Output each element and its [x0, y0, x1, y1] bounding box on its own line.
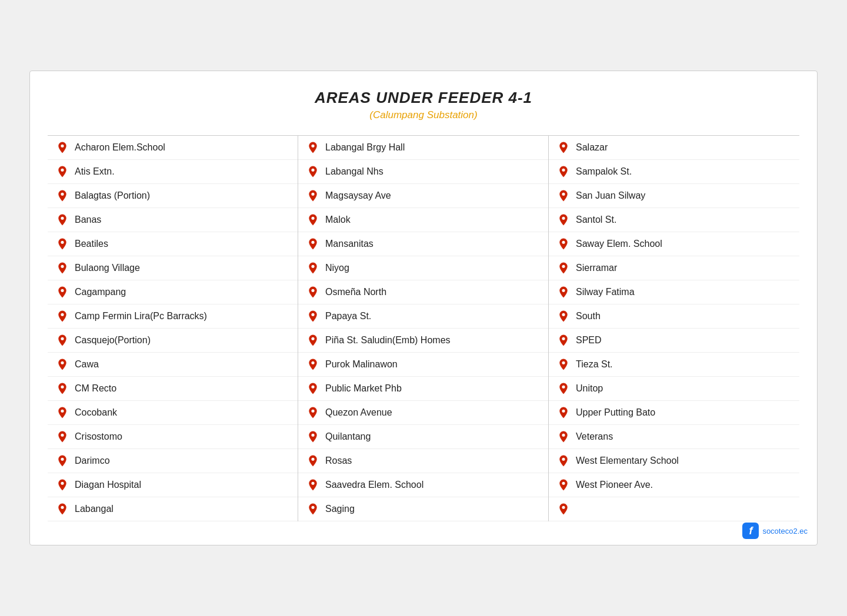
pin-icon	[306, 237, 319, 250]
list-item: Papaya St.	[298, 304, 548, 329]
list-item: Balagtas (Portion)	[48, 184, 298, 208]
column-2: Labangal Brgy Hall Labangal Nhs Magsaysa…	[298, 136, 549, 521]
list-item-text: West Elementary School	[576, 456, 679, 466]
svg-point-33	[562, 169, 565, 172]
list-item-text: Santol St.	[576, 215, 616, 225]
list-item: Quezon Avenue	[298, 401, 548, 425]
pin-icon	[306, 358, 319, 371]
list-item-text: Diagan Hospital	[75, 480, 141, 490]
pin-icon	[56, 141, 69, 154]
svg-point-44	[562, 434, 565, 437]
svg-point-0	[61, 145, 64, 148]
pin-icon	[56, 503, 69, 515]
column-1: Acharon Elem.School Atis Extn. Balagtas …	[48, 136, 298, 521]
svg-point-18	[311, 193, 314, 196]
list-item: Quilantang	[298, 425, 548, 449]
list-item-text: Labangal Nhs	[325, 166, 384, 177]
pin-icon	[56, 334, 69, 347]
pin-icon	[557, 310, 570, 323]
svg-point-25	[311, 361, 314, 364]
pin-icon	[557, 165, 570, 178]
list-item: Acharon Elem.School	[48, 136, 298, 160]
pin-icon	[306, 213, 319, 226]
list-item-text: Magsaysay Ave	[325, 190, 391, 201]
list-item-text: Salazar	[576, 142, 608, 153]
header: AREAS UNDER FEEDER 4-1 (Calumpang Substa…	[48, 89, 799, 121]
pin-icon	[557, 334, 570, 347]
svg-point-47	[562, 506, 565, 509]
list-item-text: Niyog	[325, 263, 349, 273]
pin-icon	[557, 430, 570, 443]
svg-point-6	[61, 289, 64, 292]
pin-icon	[56, 430, 69, 443]
list-item: SPED	[549, 329, 799, 353]
list-item-text: Quilantang	[325, 431, 371, 442]
list-item: Purok Malinawon	[298, 353, 548, 377]
list-item: Veterans	[549, 425, 799, 449]
pin-icon	[56, 286, 69, 299]
list-item-text: West Pioneer Ave.	[576, 480, 653, 490]
pin-icon	[557, 503, 570, 515]
areas-grid: Acharon Elem.School Atis Extn. Balagtas …	[48, 135, 799, 521]
svg-point-28	[311, 434, 314, 437]
pin-icon	[56, 262, 69, 274]
list-item-text: Cawa	[75, 359, 99, 370]
list-item: Cagampang	[48, 280, 298, 304]
svg-point-11	[61, 410, 64, 413]
list-item: Niyog	[298, 256, 548, 280]
list-item: Piña St. Saludin(Emb) Homes	[298, 329, 548, 353]
pin-icon	[56, 382, 69, 395]
list-item-text: Banas	[75, 215, 101, 225]
svg-point-12	[61, 434, 64, 437]
list-item-text: Piña St. Saludin(Emb) Homes	[325, 335, 451, 346]
list-item-text: Sierramar	[576, 263, 617, 273]
pin-icon	[557, 454, 570, 467]
svg-point-35	[562, 217, 565, 220]
list-item: Upper Putting Bato	[549, 401, 799, 425]
pin-icon	[557, 262, 570, 274]
pin-icon	[56, 189, 69, 202]
svg-point-38	[562, 289, 565, 292]
svg-point-24	[311, 337, 314, 340]
svg-point-30	[311, 482, 314, 485]
pin-icon	[306, 454, 319, 467]
list-item: Cawa	[48, 353, 298, 377]
pin-icon	[557, 213, 570, 226]
list-item-text: Papaya St.	[325, 311, 371, 322]
svg-point-22	[311, 289, 314, 292]
list-item-text: Atis Extn.	[75, 166, 115, 177]
svg-point-27	[311, 410, 314, 413]
pin-icon	[557, 382, 570, 395]
list-item-text: Casquejo(Portion)	[75, 335, 151, 346]
pin-icon	[557, 286, 570, 299]
footer-text: socoteco2.ec	[762, 527, 808, 535]
pin-icon	[56, 406, 69, 419]
list-item-text: Darimco	[75, 456, 110, 466]
list-item: Atis Extn.	[48, 160, 298, 184]
pin-icon	[306, 286, 319, 299]
footer-logo: f socoteco2.ec	[742, 523, 808, 539]
svg-point-45	[562, 458, 565, 461]
pin-icon	[56, 237, 69, 250]
svg-point-7	[61, 313, 64, 316]
svg-point-16	[311, 145, 314, 148]
pin-icon	[557, 141, 570, 154]
list-item: South	[549, 304, 799, 329]
svg-point-34	[562, 193, 565, 196]
svg-point-36	[562, 241, 565, 244]
pin-icon	[306, 189, 319, 202]
pin-icon	[306, 262, 319, 274]
pin-icon	[306, 141, 319, 154]
list-item: Silway Fatima	[549, 280, 799, 304]
facebook-icon: f	[742, 523, 759, 539]
svg-point-26	[311, 386, 314, 389]
list-item: Tieza St.	[549, 353, 799, 377]
list-item: Saavedra Elem. School	[298, 473, 548, 497]
list-item	[549, 497, 799, 521]
list-item-text: CM Recto	[75, 383, 116, 394]
list-item-text: San Juan Silway	[576, 190, 645, 201]
list-item-text: Cocobank	[75, 407, 117, 418]
svg-point-41	[562, 361, 565, 364]
svg-point-40	[562, 337, 565, 340]
svg-point-3	[61, 217, 64, 220]
